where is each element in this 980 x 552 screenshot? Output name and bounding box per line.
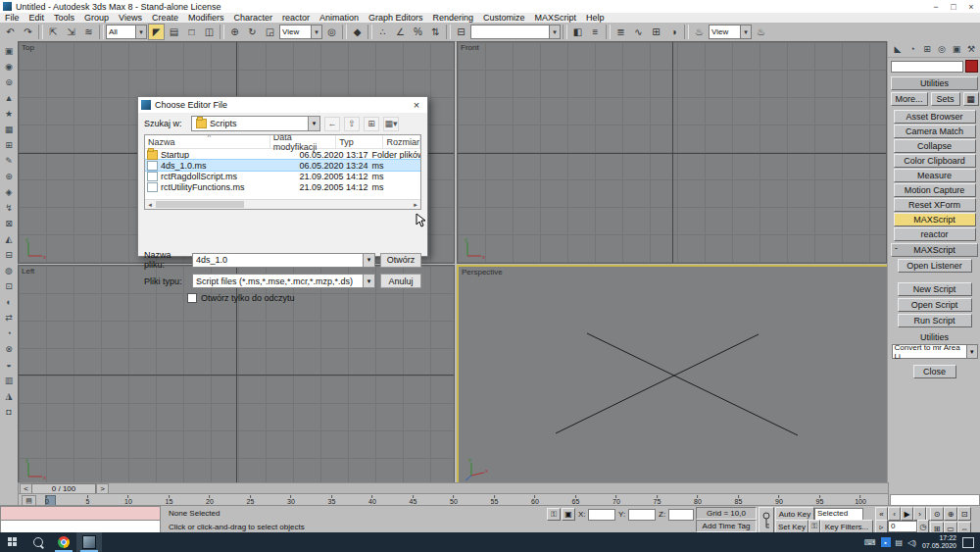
redo-icon[interactable]: ↷ [20, 24, 36, 40]
snap-toggle-icon[interactable]: ∴ [374, 24, 391, 40]
scroll-left-icon[interactable]: ◂ [145, 201, 155, 209]
select-and-link-icon[interactable]: ⇱ [45, 24, 62, 40]
menu-tools[interactable]: Tools [49, 13, 79, 23]
rectangular-selection-region-icon[interactable]: □ [183, 24, 200, 40]
start-button[interactable] [0, 532, 25, 552]
quick-render-icon[interactable]: ♨ [753, 24, 769, 40]
reactor-toolbar-icon[interactable]: ◒ [2, 358, 16, 372]
auto-key-button[interactable]: Auto Key [775, 507, 814, 521]
maxscript-rollout-header[interactable]: - MAXScript [891, 243, 978, 257]
go-to-start-icon[interactable]: « [875, 507, 888, 521]
cancel-button[interactable]: Anuluj [380, 274, 421, 288]
align-icon[interactable]: ≡ [587, 24, 604, 40]
bind-to-space-warp-icon[interactable]: ≋ [80, 24, 97, 40]
reactor-toolbar-icon[interactable]: ⊟ [2, 248, 16, 262]
menu-file[interactable]: File [0, 13, 24, 23]
viewport-front-label[interactable]: Front [461, 43, 479, 52]
notification-center-icon[interactable] [962, 537, 974, 548]
previous-frame-icon[interactable]: ‹ [888, 507, 901, 521]
asset-browser-utility-button[interactable]: Asset Browser [894, 110, 976, 124]
column-date-modified[interactable]: Data modyfikacji [270, 135, 337, 148]
dialog-titlebar[interactable]: Choose Editor File × [138, 97, 427, 113]
view-menu-icon[interactable]: ▦▾ [383, 117, 399, 131]
filename-input[interactable]: 4ds_1.0 ▾ [192, 253, 375, 268]
run-script-button[interactable]: Run Script [898, 314, 972, 327]
camera-match-utility-button[interactable]: Camera Match [894, 125, 976, 138]
mirror-icon[interactable]: ◧ [569, 24, 586, 40]
readonly-checkbox[interactable] [187, 293, 197, 303]
new-script-button[interactable]: New Script [898, 282, 972, 296]
viewport-perspective[interactable]: Perspective zx [457, 265, 889, 486]
column-size[interactable]: Rozmiar [383, 135, 420, 148]
utilities-config-icon[interactable]: ▦ [963, 92, 979, 106]
reactor-toolbar-icon[interactable]: ⊡ [2, 279, 16, 293]
utilities-tab-icon[interactable]: ⚒ [965, 43, 978, 55]
reactor-toolbar-icon[interactable]: ⊞ [2, 138, 16, 152]
close-icon[interactable]: × [962, 2, 980, 12]
zoom-extents-icon[interactable]: ⊡ [957, 507, 971, 521]
reactor-toolbar-icon[interactable]: ⊛ [2, 170, 16, 183]
z-coordinate-field[interactable] [668, 509, 694, 521]
select-and-manipulate-icon[interactable]: ◆ [349, 24, 366, 40]
viewport-left-label[interactable]: Left [22, 267, 34, 276]
reactor-toolbar-icon[interactable]: ◉ [2, 60, 16, 74]
taskbar-search-button[interactable] [25, 532, 51, 552]
measure-utility-button[interactable]: Measure [894, 169, 976, 182]
menu-edit[interactable]: Edit [24, 13, 50, 23]
angle-snap-icon[interactable]: ∠ [392, 24, 409, 40]
percent-snap-icon[interactable]: % [410, 24, 426, 40]
more-button[interactable]: More... [891, 92, 928, 106]
filetype-dropdown[interactable]: Script files (*.ms,*.mse,*.mcr,*.mzp,*.d… [192, 274, 375, 288]
set-key-button[interactable]: Set Key [775, 520, 808, 533]
reactor-toolbar-icon[interactable]: ★ [2, 107, 16, 121]
maxscript-mini-listener-macro[interactable] [0, 506, 161, 521]
key-icon[interactable]: ⚿ [808, 520, 820, 533]
taskbar-clock[interactable]: 17:22 07.05.2020 [922, 534, 956, 550]
spinner-snap-icon[interactable]: ⇅ [427, 24, 444, 40]
select-by-name-icon[interactable]: ▤ [166, 24, 182, 40]
tray-app-icon[interactable]: ▪ [881, 537, 891, 547]
selection-filter-dropdown[interactable]: All▾ [106, 25, 147, 39]
x-coordinate-field[interactable] [588, 509, 615, 521]
file-row[interactable]: rctRagdollScript.ms21.09.2005 14:12ms [145, 171, 420, 181]
open-listener-button[interactable]: Open Listener [898, 259, 972, 273]
look-in-dropdown[interactable]: Scripts ▾ [191, 116, 320, 131]
network-icon[interactable]: ▤ [896, 538, 904, 547]
reactor-toolbar-icon[interactable]: ▦ [2, 123, 16, 136]
select-and-scale-icon[interactable]: ◲ [262, 24, 278, 40]
reactor-toolbar-icon[interactable]: ⊠ [2, 217, 16, 230]
viewport-perspective-label[interactable]: Perspective [462, 268, 503, 276]
curve-editor-icon[interactable]: ∿ [630, 24, 647, 40]
use-pivot-point-center-icon[interactable]: ◎ [323, 24, 340, 40]
motion-tab-icon[interactable]: ◎ [936, 43, 949, 55]
viewport-front[interactable]: Front yx [457, 41, 887, 264]
menu-group[interactable]: Group [79, 13, 114, 23]
menu-customize[interactable]: Customize [478, 13, 530, 23]
key-mode-toggle-icon[interactable]: ▹ [875, 520, 888, 533]
named-selection-field[interactable] [891, 61, 963, 73]
horizontal-scrollbar[interactable]: ◂ ▸ [145, 199, 420, 209]
absolute-offset-toggle-icon[interactable]: ▣ [562, 508, 575, 521]
reactor-toolbar-icon[interactable]: ⇄ [2, 311, 16, 325]
up-one-level-icon[interactable]: ⇧ [344, 117, 360, 131]
set-key-toggle-icon[interactable] [759, 507, 774, 533]
new-folder-icon[interactable]: ⊞ [364, 117, 379, 131]
menu-reactor[interactable]: reactor [277, 13, 315, 23]
reference-coordinate-dropdown[interactable]: View▾ [279, 25, 322, 39]
unlink-selection-icon[interactable]: ⇲ [63, 24, 79, 40]
reactor-toolbar-icon[interactable]: ◮ [2, 389, 16, 403]
hierarchy-tab-icon[interactable]: ⊞ [921, 43, 934, 55]
scrollbar-track[interactable] [155, 200, 411, 209]
y-coordinate-field[interactable] [628, 509, 656, 521]
column-name[interactable]: Nazwa ˄ [145, 135, 270, 148]
undo-icon[interactable]: ↶ [2, 24, 19, 40]
collapse-utility-button[interactable]: Collapse [894, 139, 976, 153]
maximize-icon[interactable]: □ [945, 2, 962, 12]
taskbar-3dsmax-button[interactable] [76, 532, 102, 552]
reactor-toolbar-icon[interactable]: ↯ [2, 201, 16, 215]
layer-manager-icon[interactable]: ≣ [612, 24, 629, 40]
maxscript-utility-button[interactable]: MAXScript [894, 213, 976, 226]
reactor-utility-button[interactable]: reactor [894, 227, 976, 241]
dialog-close-icon[interactable]: × [409, 99, 424, 111]
menu-character[interactable]: Character [228, 13, 277, 23]
